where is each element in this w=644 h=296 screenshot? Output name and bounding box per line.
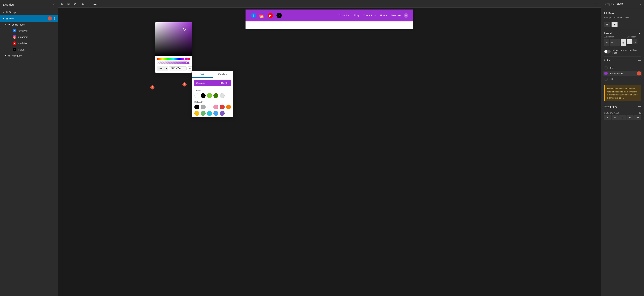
nav-blog[interactable]: Blog xyxy=(354,14,359,17)
close-icon[interactable]: × xyxy=(53,2,55,6)
typography-more-icon[interactable]: ⋯ xyxy=(638,105,641,108)
layout-toggle-icon[interactable]: ▲ xyxy=(638,32,641,35)
add-button[interactable]: + xyxy=(87,1,92,6)
page-preview: f ◎ ▶ ♪ About Us Blog Contact Us Home Se… xyxy=(246,9,414,29)
duplicate-button[interactable]: ⊟ xyxy=(60,1,65,6)
typography-section: SIZE DEFAULT ⇅ S M L XL XXL xyxy=(601,109,644,122)
chevron-down-icon: ▾ xyxy=(2,11,5,13)
tiktok-icon: ♪ xyxy=(13,48,16,51)
theme-swatch-darkgreen[interactable] xyxy=(214,93,218,98)
navigation-icon: ◉ xyxy=(8,54,10,57)
nav-about[interactable]: About Us xyxy=(339,14,350,17)
hue-slider[interactable] xyxy=(157,58,190,60)
theme-swatch-grey[interactable] xyxy=(220,93,224,98)
typography-section-header: Typography ⋯ xyxy=(601,103,644,109)
badge-1: 1 xyxy=(48,16,52,20)
size-m-button[interactable]: M xyxy=(612,115,619,120)
hex-input-wrapper: # xyxy=(169,66,186,70)
tree-item-navigation[interactable]: ▶ ◉ Navigation xyxy=(0,53,58,58)
tree-item-group[interactable]: ▾ ⧉ Group xyxy=(0,9,58,15)
size-buttons: S M L XL XXL xyxy=(604,115,641,120)
tree-item-tiktok[interactable]: ♪ TikTok xyxy=(0,46,58,53)
default-swatch-purple[interactable] xyxy=(220,111,224,116)
solid-tab[interactable]: Solid xyxy=(192,71,213,78)
default-swatch-blue[interactable] xyxy=(214,111,218,116)
just-btn-right[interactable]: |⊢ xyxy=(615,38,620,46)
youtube-icon: ▶ xyxy=(13,41,16,45)
nav-contact[interactable]: Contact Us xyxy=(363,14,376,17)
orient-vertical-button[interactable]: ↓ xyxy=(633,39,638,44)
size-label: SIZE xyxy=(604,112,608,114)
hex-format-select[interactable]: Hex RGB HSL xyxy=(157,66,168,71)
orientation-buttons: → ↓ xyxy=(627,38,641,46)
text-color-row[interactable]: Text xyxy=(604,66,641,70)
default-swatch-orange[interactable] xyxy=(226,105,231,109)
copy-button[interactable]: ⧉ xyxy=(188,66,192,70)
wrap-toggle[interactable] xyxy=(604,50,610,53)
move-button[interactable]: ⊕ xyxy=(72,1,78,6)
link-color-circle xyxy=(604,77,608,81)
default-swatch-lightgreen[interactable] xyxy=(201,111,206,116)
align-button[interactable]: ⊡ xyxy=(66,1,71,6)
default-swatch-cyan[interactable] xyxy=(207,111,212,116)
theme-swatch-white[interactable] xyxy=(194,93,199,98)
text-color-label: Text xyxy=(610,67,614,69)
block-tab[interactable]: Block xyxy=(616,2,623,6)
custom-color-row[interactable]: Custom 8D4CE6 xyxy=(194,80,231,86)
tree-item-row[interactable]: ▾ ⊟ Row 1 ⋮ xyxy=(0,15,58,22)
default-swatch-pink[interactable] xyxy=(214,105,218,109)
justification-group: Justification ⊢ ⊣ |⊢ ⊞ xyxy=(604,36,626,46)
nav-services[interactable]: Services xyxy=(391,14,401,17)
nav-home[interactable]: Home xyxy=(380,14,387,17)
block-title-row: ⊟ Row xyxy=(601,8,644,16)
tree-item-social-icons[interactable]: ▾ ✦ Social Icons xyxy=(0,22,58,27)
default-swatch-grey[interactable] xyxy=(201,105,206,109)
color-more-icon[interactable]: ⋯ xyxy=(638,58,641,62)
size-xxl-button[interactable]: XXL xyxy=(634,115,641,120)
hex-row: Hex RGB HSL # ⧉ xyxy=(155,66,192,73)
alpha-slider[interactable] xyxy=(157,61,190,64)
tree-item-label: Row xyxy=(9,17,47,20)
right-panel: Template Block × ⊟ Row Arrange blocks ho… xyxy=(601,0,644,296)
background-color-row[interactable]: Background 2 xyxy=(603,71,642,76)
size-l-button[interactable]: L xyxy=(619,115,626,120)
size-s-button[interactable]: S xyxy=(604,115,611,120)
justification-buttons: ⊢ ⊣ |⊢ ⊞ xyxy=(604,38,626,46)
hex-input[interactable] xyxy=(172,67,185,70)
default-swatch-yellow[interactable] xyxy=(194,111,199,116)
default-swatch-white[interactable] xyxy=(207,105,212,109)
gradient-tab[interactable]: Gradient xyxy=(213,71,233,78)
default-swatch-black[interactable] xyxy=(194,105,199,109)
tree-item-instagram[interactable]: ◎ Instagram xyxy=(0,34,58,40)
preview-add-button[interactable]: + xyxy=(404,13,408,18)
badge-4-container: 4 xyxy=(150,85,154,89)
block-button[interactable]: ▬ xyxy=(92,1,98,6)
color-section-header: Color ⋯ xyxy=(601,57,644,63)
justify-button[interactable]: ⊞ xyxy=(80,1,86,6)
more-options-button[interactable]: ⋯ xyxy=(594,1,599,6)
more-icon[interactable]: ⋮ xyxy=(53,17,56,20)
icon-btn-1[interactable]: ⊟ xyxy=(604,22,610,27)
row-icon: ⊟ xyxy=(6,17,8,20)
just-btn-left[interactable]: ⊢ xyxy=(604,38,609,46)
theme-swatch-black[interactable] xyxy=(201,93,206,98)
preview-social-icons: f ◎ ▶ ♪ xyxy=(251,13,282,18)
color-gradient-box[interactable] xyxy=(155,22,192,56)
link-color-row[interactable]: Link xyxy=(604,77,641,81)
size-adjust-icon[interactable]: ⇅ xyxy=(639,111,641,114)
size-xl-button[interactable]: XL xyxy=(626,115,634,120)
alpha-thumb xyxy=(186,61,190,64)
just-btn-between[interactable]: ⊞ xyxy=(621,38,626,46)
layout-label: Layout xyxy=(604,32,612,34)
tree-item-youtube[interactable]: ▶ YouTube xyxy=(0,40,58,46)
theme-swatch-green[interactable] xyxy=(207,93,212,98)
icon-btn-2[interactable]: ⊞ xyxy=(612,22,618,27)
tree-item-facebook[interactable]: f Facebook xyxy=(0,27,58,34)
color-picker-circle[interactable] xyxy=(183,28,186,30)
badge-3-container: 3 xyxy=(182,82,186,86)
just-btn-center[interactable]: ⊣ xyxy=(610,38,615,46)
orient-horizontal-button[interactable]: → xyxy=(627,39,632,44)
default-swatch-red[interactable] xyxy=(220,105,224,109)
template-tab[interactable]: Template xyxy=(604,2,615,5)
right-panel-close-icon[interactable]: × xyxy=(640,3,641,5)
